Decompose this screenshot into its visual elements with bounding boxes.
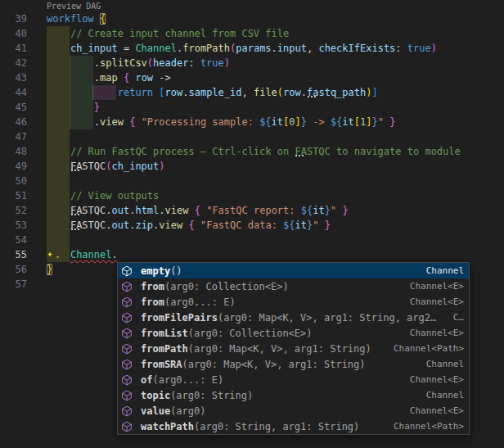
error-squiggle-token: Channel (70, 249, 112, 260)
method-cube-icon (121, 374, 137, 386)
code-line-42[interactable]: 42 .splitCsv(header: true) (0, 56, 504, 70)
code-text: .view { "Processing sample: ${it[0]} -> … (47, 115, 395, 129)
suggest-item-signature: (arg0: Collection<E>) (164, 281, 289, 292)
suggest-item-return-type: Channel<Path> (387, 421, 464, 432)
suggest-item-label: of (141, 374, 152, 386)
matched-bracket: { (100, 13, 106, 25)
line-number: 49 (0, 159, 27, 174)
code-text: ch_input = Channel.fromPath(params.input… (47, 41, 437, 56)
suggest-item-label: from (141, 281, 164, 292)
suggest-item-of[interactable]: of(arg0...: E)Channel<E> (118, 372, 469, 387)
suggest-item-signature: (arg0: String, arg1: String) (194, 421, 359, 432)
code-text: FASTQC(ch_input) (47, 159, 165, 174)
suggest-item-topic[interactable]: topic(arg0: String)Channel (118, 387, 469, 403)
suggest-item-fromList[interactable]: fromList(arg0: Collection<E>)Channel<E> (118, 325, 469, 341)
line-number: 43 (0, 70, 27, 85)
code-text: .map { row -> (47, 70, 171, 85)
matched-bracket: } (47, 264, 52, 275)
suggest-item-from[interactable]: from(arg0: Collection<E>)Channel<E> (118, 278, 469, 294)
hint-dots-token: FASTQC (70, 219, 106, 231)
suggest-item-watchPath[interactable]: watchPath(arg0: String, arg1: String)Cha… (118, 419, 469, 434)
code-line-46[interactable]: 46 .view { "Processing sample: ${it[0]} … (0, 115, 504, 129)
suggest-item-label: fromFilePairs (141, 312, 218, 324)
line-number: 57 (0, 277, 27, 292)
code-text: // View outputs (47, 188, 159, 203)
line-number: 48 (0, 144, 27, 159)
code-line-55[interactable]: 55✦✦ Channel. (0, 247, 504, 262)
suggest-item-label: fromList (141, 328, 188, 339)
suggest-item-value[interactable]: value(arg0)Channel<E> (118, 403, 469, 419)
code-text: } (47, 262, 52, 277)
line-number: 46 (0, 115, 27, 129)
suggest-item-signature: () (170, 265, 182, 277)
suggest-item-label: topic (141, 390, 170, 401)
hint-dots-token: FASTQC (295, 146, 330, 157)
suggest-item-signature: (arg0: String) (170, 390, 253, 401)
method-cube-icon (121, 359, 137, 370)
line-number: 41 (0, 41, 27, 56)
code-text: workflow { (47, 11, 106, 26)
suggest-item-return-type: Channel<E> (403, 296, 464, 307)
code-line-52[interactable]: 52 FASTQC.out.html.view { "FastQC report… (0, 203, 504, 218)
suggest-item-label: from (141, 296, 164, 308)
hint-dots-token: FASTQC (70, 161, 106, 172)
code-line-51[interactable]: 51 // View outputs (0, 188, 504, 203)
method-cube-icon (121, 343, 137, 355)
code-text: // Create input channel from CSV file (47, 26, 289, 41)
suggest-item-label: empty (141, 265, 170, 277)
line-number: 51 (0, 188, 27, 203)
line-number: 42 (0, 56, 27, 70)
line-number: 47 (0, 129, 27, 144)
indent-rainbow-block (47, 129, 70, 144)
suggest-widget: empty()Channelfrom(arg0: Collection<E>)C… (117, 262, 470, 435)
code-text: } (47, 100, 100, 115)
suggest-item-signature: (arg0...: E) (164, 296, 236, 308)
method-cube-icon (121, 265, 137, 277)
code-text: return [row.sample_id, file(row.fastq_pa… (47, 85, 378, 100)
suggest-item-return-type: Channel<E> (403, 405, 464, 416)
code-line-54[interactable]: 54 (0, 233, 504, 247)
suggest-item-return-type: Channel<E> (403, 328, 464, 338)
code-line-53[interactable]: 53 FASTQC.out.zip.view { "FastQC data: $… (0, 218, 504, 233)
method-cube-icon (121, 405, 137, 417)
suggest-item-from[interactable]: from(arg0...: E)Channel<E> (118, 294, 469, 310)
code-line-50[interactable]: 50 (0, 174, 504, 188)
suggest-item-label: watchPath (141, 421, 194, 432)
hint-dots-token: FASTQC (70, 205, 106, 216)
codelens-preview-dag[interactable]: Preview DAG (47, 1, 101, 11)
suggest-item-fromPath[interactable]: fromPath(arg0: Map<K, V>, arg1: String)C… (118, 341, 469, 356)
code-line-47[interactable]: 47 (0, 129, 504, 144)
code-line-39[interactable]: 39workflow { (0, 11, 504, 26)
method-cube-icon (121, 296, 137, 308)
code-line-45[interactable]: 45 } (0, 100, 504, 115)
line-number: 50 (0, 174, 27, 188)
suggest-item-empty[interactable]: empty()Channel (118, 263, 469, 278)
code-text: Channel. (47, 247, 118, 262)
code-line-49[interactable]: 49 FASTQC(ch_input) (0, 159, 504, 174)
code-text: .splitCsv(header: true) (47, 56, 230, 70)
code-line-48[interactable]: 48 // Run FastQC process – Ctrl-click on… (0, 144, 504, 159)
line-number: 45 (0, 100, 27, 115)
error-squiggle-token: . (111, 249, 117, 260)
suggest-item-fromSRA[interactable]: fromSRA(arg0: Map<K, V>, arg1: String)Ch… (118, 356, 469, 372)
suggest-item-fromFilePairs[interactable]: fromFilePairs(arg0: Map<K, V>, arg1: Str… (118, 310, 469, 325)
suggest-item-signature: (arg0: Collection<E>) (188, 328, 313, 339)
code-line-40[interactable]: 40 // Create input channel from CSV file (0, 26, 504, 41)
suggest-item-return-type: Channel<E> (403, 281, 464, 292)
suggest-item-return-type: Channel<E> (403, 374, 464, 385)
code-line-44[interactable]: 44 return [row.sample_id, file(row.fastq… (0, 85, 504, 100)
code-area[interactable]: 39workflow {40 // Create input channel f… (0, 11, 504, 292)
suggest-item-signature: (arg0...: E) (152, 374, 223, 386)
suggest-item-signature: (arg0) (170, 405, 205, 417)
suggest-item-signature: (arg0: Map<K, V>, arg1: String, arg2… (218, 312, 436, 324)
code-editor: Preview DAG 39workflow {40 // Create inp… (0, 0, 504, 448)
line-number: 52 (0, 203, 27, 218)
method-cube-icon (121, 421, 137, 432)
line-number: 56 (0, 262, 27, 277)
suggest-item-label: value (141, 405, 170, 417)
code-line-43[interactable]: 43 .map { row -> (0, 70, 504, 85)
code-line-41[interactable]: 41 ch_input = Channel.fromPath(params.in… (0, 41, 504, 56)
suggest-item-return-type: Channel<Path> (387, 343, 464, 354)
code-text: // Run FastQC process – Ctrl-click on FA… (47, 144, 461, 159)
line-number: 40 (0, 26, 27, 41)
